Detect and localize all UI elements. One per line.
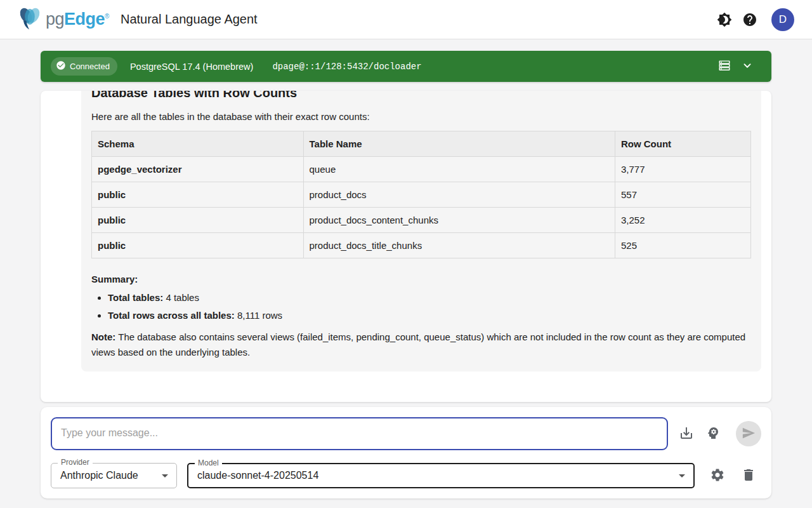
schema-cell: public — [92, 182, 304, 208]
check-circle-icon — [56, 60, 66, 72]
connection-status-label: Connected — [70, 62, 110, 71]
table-row: pgedge_vectorizer queue 3,777 — [92, 157, 751, 182]
row-counts-table: Schema Table Name Row Count pgedge_vecto… — [91, 131, 751, 258]
pgedge-logo-icon — [15, 4, 44, 35]
schema-cell: pgedge_vectorizer — [92, 157, 304, 182]
model-select-value: claude-sonnet-4-20250514 — [188, 470, 674, 481]
chevron-down-icon — [740, 58, 754, 74]
user-avatar[interactable]: D — [771, 8, 794, 31]
table-name-cell: product_docs_title_chunks — [303, 233, 615, 258]
settings-button[interactable] — [705, 463, 730, 488]
message-input[interactable] — [51, 417, 668, 450]
assistant-message: Database Tables with Row Counts Here are… — [81, 91, 761, 371]
chat-history-panel[interactable]: Database Tables with Row Counts Here are… — [41, 91, 771, 402]
clear-chat-button[interactable] — [736, 463, 761, 488]
model-select-label: Model — [195, 459, 222, 467]
connection-string: dpage@::1/128:5432/docloader — [272, 62, 421, 72]
column-header-schema: Schema — [92, 131, 304, 157]
server-version-label: PostgreSQL 17.4 (Homebrew) — [130, 62, 254, 72]
provider-select[interactable]: Provider Anthropic Claude — [51, 463, 177, 488]
summary-list: Total tables: 4 tables Total rows across… — [91, 292, 751, 321]
help-icon — [742, 12, 757, 27]
table-name-cell: queue — [303, 157, 615, 182]
send-button[interactable] — [736, 421, 761, 446]
table-row: public product_docs_title_chunks 525 — [92, 233, 751, 258]
table-row: public product_docs_content_chunks 3,252 — [92, 208, 751, 233]
database-list-button[interactable] — [713, 55, 736, 78]
summary-item: Total rows across all tables: 8,111 rows — [108, 310, 751, 321]
collapse-connection-button[interactable] — [736, 55, 759, 78]
theme-toggle-button[interactable] — [712, 7, 737, 32]
row-count-cell: 3,252 — [615, 208, 750, 233]
row-count-cell: 3,777 — [615, 157, 750, 182]
dropdown-arrow-icon — [157, 468, 173, 483]
storage-icon — [717, 58, 731, 74]
table-header-row: Schema Table Name Row Count — [92, 131, 751, 157]
app-header: pgEdge® Natural Language Agent D — [0, 0, 812, 39]
row-count-cell: 557 — [615, 182, 750, 208]
message-intro: Here are all the tables in the database … — [91, 111, 751, 122]
schema-cell: public — [92, 208, 304, 233]
pgedge-logo: pgEdge® — [15, 4, 109, 35]
download-icon — [679, 425, 694, 443]
download-chat-button[interactable] — [674, 421, 699, 446]
row-count-cell: 525 — [615, 233, 750, 258]
provider-select-label: Provider — [58, 458, 93, 466]
table-row: public product_docs 557 — [92, 182, 751, 208]
table-name-cell: product_docs_content_chunks — [303, 208, 615, 233]
brightness-icon — [717, 12, 732, 27]
table-name-cell: product_docs — [303, 182, 615, 208]
summary-heading: Summary: — [91, 274, 751, 284]
column-header-row-count: Row Count — [615, 131, 750, 157]
reasoning-toggle-button[interactable] — [700, 421, 726, 446]
help-button[interactable] — [737, 7, 763, 32]
psychology-icon — [705, 425, 721, 443]
column-header-table-name: Table Name — [303, 131, 615, 157]
page-title: Natural Language Agent — [121, 12, 258, 27]
message-heading: Database Tables with Row Counts — [91, 91, 751, 101]
connection-status-badge: Connected — [51, 57, 117, 76]
composer-panel: Provider Anthropic Claude Model claude-s… — [41, 407, 771, 498]
summary-item: Total tables: 4 tables — [108, 292, 751, 303]
schema-cell: public — [92, 233, 304, 258]
dropdown-arrow-icon — [674, 468, 690, 483]
trash-icon — [741, 467, 756, 485]
send-icon — [742, 426, 756, 442]
provider-select-value: Anthropic Claude — [51, 470, 157, 481]
gear-icon — [710, 467, 725, 485]
message-note: Note: The database also contains several… — [91, 330, 751, 360]
model-select[interactable]: Model claude-sonnet-4-20250514 — [187, 463, 695, 488]
connection-status-bar[interactable]: Connected PostgreSQL 17.4 (Homebrew) dpa… — [41, 51, 771, 82]
pgedge-logo-text: pgEdge® — [46, 10, 109, 29]
